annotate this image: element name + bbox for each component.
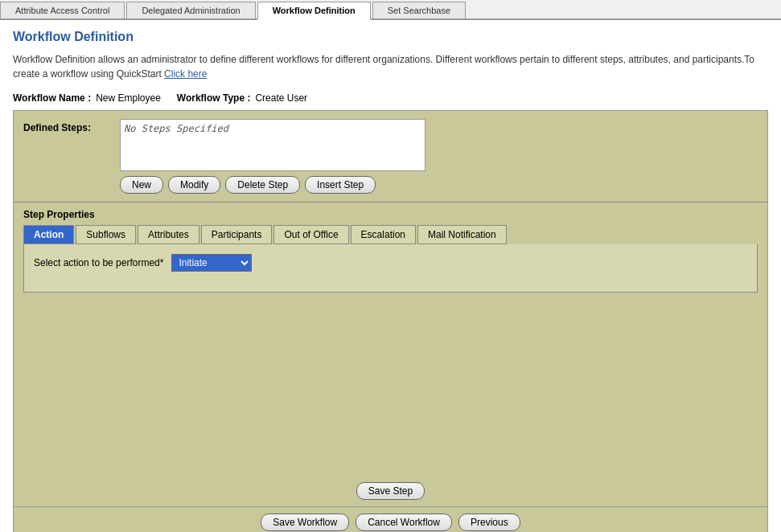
tab-mail-notification[interactable]: Mail Notification [417,225,507,244]
page-title: Workflow Definition [13,30,768,44]
step-properties-title: Step Properties [23,209,758,220]
steps-buttons: New Modify Delete Step Insert Step [120,176,758,194]
step-properties-section: Step Properties Action Subflows Attribut… [14,203,767,293]
description-text: Workflow Definition allows an administra… [13,54,754,80]
workflow-name-value: New Employee [96,92,161,104]
insert-step-button[interactable]: Insert Step [305,176,376,194]
tab-action[interactable]: Action [23,225,74,244]
tab-workflow-definition[interactable]: Workflow Definition [257,2,371,20]
content-spacer [14,293,767,469]
main-content: Workflow Definition Workflow Definition … [0,20,781,532]
defined-steps-content: No Steps Specified New Modify Delete Ste… [120,119,758,194]
workflow-name-row: Workflow Name : New Employee Workflow Ty… [13,92,768,104]
nav-tabs: Attribute Access Control Delegated Admin… [0,0,781,20]
workflow-type-value: Create User [255,92,307,104]
tab-attributes[interactable]: Attributes [138,225,199,244]
select-action-label: Select action to be performed* [34,257,163,268]
action-select[interactable]: Initiate Approve Reject Pending [171,254,252,272]
steps-textarea[interactable]: No Steps Specified [120,119,425,171]
tab-delegated-administration[interactable]: Delegated Administration [126,2,255,18]
quickstart-link[interactable]: Click here [164,68,207,80]
tab-escalation[interactable]: Escalation [351,225,416,244]
save-step-area: Save Step [14,469,767,506]
tab-subflows[interactable]: Subflows [76,225,136,244]
cancel-workflow-button[interactable]: Cancel Workflow [356,514,452,531]
previous-button[interactable]: Previous [458,514,520,531]
delete-step-button[interactable]: Delete Step [225,176,300,194]
defined-steps-label: Defined Steps: [23,119,120,194]
tab-attribute-access-control[interactable]: Attribute Access Control [0,2,125,18]
tab-participants[interactable]: Participants [201,225,273,244]
tab-out-of-office[interactable]: Out of Office [273,225,348,244]
action-select-wrapper: Initiate Approve Reject Pending [171,254,252,272]
tab-set-searchbase[interactable]: Set Searchbase [372,2,466,18]
save-step-button[interactable]: Save Step [356,482,425,500]
defined-steps-section: Defined Steps: No Steps Specified New Mo… [14,111,767,203]
main-panel: Defined Steps: No Steps Specified New Mo… [13,110,768,532]
page-description: Workflow Definition allows an administra… [13,52,768,81]
step-properties-tabs: Action Subflows Attributes Participants … [23,225,758,244]
save-workflow-button[interactable]: Save Workflow [261,514,349,531]
action-tab-content: Select action to be performed* Initiate … [23,244,758,293]
modify-step-button[interactable]: Modify [168,176,220,194]
workflow-name-label: Workflow Name : [13,92,91,104]
footer-buttons: Save Workflow Cancel Workflow Previous [14,506,767,532]
new-step-button[interactable]: New [120,176,163,194]
workflow-type-label: Workflow Type : [177,92,251,104]
action-row: Select action to be performed* Initiate … [34,254,747,272]
